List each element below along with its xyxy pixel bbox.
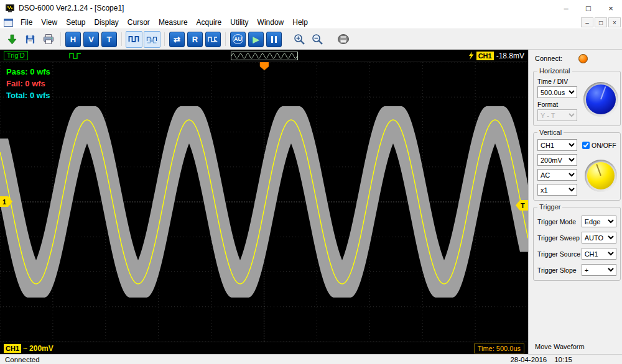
trigger-level-marker[interactable]: T <box>514 200 528 211</box>
connect-label: Connect: <box>535 55 562 62</box>
trigger-group-title: Trigger <box>537 203 562 211</box>
trigger-sweep-label: Trigger Sweep <box>537 234 582 242</box>
menu-item-setup[interactable]: Setup <box>62 17 90 28</box>
waveform-plot <box>0 62 528 342</box>
toolbar-separator <box>225 32 226 46</box>
screenshot-button[interactable] <box>335 31 351 48</box>
trigger-position-marker[interactable] <box>259 62 269 71</box>
time-per-div-badge: Time: 500.0us <box>474 344 524 353</box>
mdi-restore-button[interactable]: □ <box>595 17 607 27</box>
autoset-button[interactable]: AU <box>230 31 246 48</box>
connection-status: Connected <box>5 356 40 363</box>
application-window: DSO-6000 Ver2.1.24 - [Scope1] – □ × File… <box>0 0 622 364</box>
menu-item-help[interactable]: Help <box>288 17 312 28</box>
scope-window-icon <box>4 19 13 27</box>
horizontal-knob[interactable] <box>583 82 618 117</box>
time-div-select[interactable]: 500.0us <box>537 86 577 98</box>
menu-bar: File View Setup Display Cursor Measure A… <box>0 16 622 29</box>
status-date: 28-04-2016 <box>510 356 547 363</box>
waveform-preview-trace <box>231 52 297 60</box>
svg-text:T: T <box>521 201 525 209</box>
menu-item-display[interactable]: Display <box>90 17 123 28</box>
onoff-checkbox[interactable] <box>582 142 590 149</box>
toolbar-separator <box>60 32 61 46</box>
trigger-slope-label: Trigger Slope <box>537 266 582 274</box>
mdi-close-button[interactable]: × <box>608 17 621 27</box>
vertical-group-title: Vertical <box>537 129 564 136</box>
trigger-level-value: -18.8mV <box>496 52 524 60</box>
trigger-source-select[interactable]: CH1 <box>582 248 616 260</box>
total-count-label: Total: 0 wfs <box>6 89 50 101</box>
menu-item-utility[interactable]: Utility <box>226 17 253 28</box>
connect-led[interactable] <box>578 54 588 63</box>
vertical-cursor-button[interactable]: V <box>83 31 100 48</box>
vertical-group: Vertical CH1 ON/OFF 200mV AC x1 <box>533 129 621 201</box>
fail-count-label: Fail: 0 wfs <box>6 78 50 89</box>
wave-cursor-icon <box>208 35 218 43</box>
channel1-position-marker[interactable]: 1 <box>0 196 14 207</box>
format-select[interactable]: Y - T <box>537 109 577 121</box>
print-icon <box>43 34 54 45</box>
zoom-in-button[interactable] <box>291 31 308 48</box>
print-button[interactable] <box>40 31 57 48</box>
channel-scale-label: 200mV <box>29 344 53 353</box>
vertical-knob[interactable] <box>585 160 617 192</box>
menu-item-window[interactable]: Window <box>253 17 289 28</box>
minimize-button[interactable]: – <box>555 0 577 16</box>
menu-item-acquire[interactable]: Acquire <box>192 17 226 28</box>
screen-printer-icon <box>337 34 350 45</box>
pass-count-label: Pass: 0 wfs <box>6 66 50 78</box>
toolbar: H V T ⇄ R AU ▶ <box>0 29 622 50</box>
trigger-channel-badge: CH1 <box>476 52 494 60</box>
menu-item-file[interactable]: File <box>16 17 37 28</box>
zoom-out-icon <box>312 34 323 45</box>
channel-onoff[interactable]: ON/OFF <box>582 142 616 149</box>
menu-item-measure[interactable]: Measure <box>154 17 192 28</box>
save-button[interactable] <box>22 31 39 48</box>
pause-icon <box>271 36 277 43</box>
green-download-arrow-icon <box>7 34 17 45</box>
pass-fail-readout: Pass: 0 wfs Fail: 0 wfs Total: 0 wfs <box>6 66 50 101</box>
horizontal-group-title: Horizontal <box>537 67 572 75</box>
trigger-sweep-select[interactable]: AUTO <box>582 232 616 243</box>
autoset-icon: AU <box>233 34 243 44</box>
control-panel: Connect: Horizontal Time / DIV 500.0us F… <box>528 50 622 354</box>
square-wave-status-icon <box>69 52 81 60</box>
trigger-source-label: Trigger Source <box>537 250 582 258</box>
channel-bar: CH1 ~ 200mV Time: 500.0us <box>0 342 528 354</box>
trigger-slope-select[interactable]: + <box>582 264 616 276</box>
title-bar: DSO-6000 Ver2.1.24 - [Scope1] – □ × <box>0 0 622 16</box>
reset-button[interactable]: R <box>187 31 203 48</box>
channel-select[interactable]: CH1 <box>537 139 577 151</box>
double-wave-icon <box>146 35 158 43</box>
waveform-preview[interactable] <box>231 52 298 60</box>
h-label: H <box>65 32 81 47</box>
close-button[interactable]: × <box>600 0 622 16</box>
transfer-button[interactable]: ⇄ <box>169 31 185 48</box>
load-button[interactable] <box>4 31 21 48</box>
waveform-display[interactable]: Pass: 0 wfs Fail: 0 wfs Total: 0 wfs 1 T <box>0 62 528 342</box>
volt-scale-select[interactable]: 200mV <box>537 154 577 166</box>
mdi-minimize-button[interactable]: – <box>581 17 593 27</box>
horizontal-cursor-button[interactable]: H <box>65 31 81 48</box>
channel-badge[interactable]: CH1 <box>4 344 21 353</box>
t-label: T <box>101 32 117 47</box>
zoom-in-icon <box>294 34 305 45</box>
track-cursor-button[interactable]: T <box>101 31 118 48</box>
pause-button[interactable] <box>266 31 282 48</box>
pass-fail-mask-button[interactable] <box>126 31 142 48</box>
svg-text:1: 1 <box>2 198 6 206</box>
toolbar-separator <box>121 32 122 46</box>
waveform-cursor-button[interactable] <box>205 31 221 48</box>
trigger-group: Trigger Trigger Mode Edge Trigger Sweep … <box>533 203 621 281</box>
probe-select[interactable]: x1 <box>537 184 577 196</box>
maximize-button[interactable]: □ <box>577 0 600 16</box>
waveform-compare-button[interactable] <box>144 31 160 48</box>
trigger-mode-select[interactable]: Edge <box>582 216 616 227</box>
menu-item-cursor[interactable]: Cursor <box>123 17 154 28</box>
run-button[interactable]: ▶ <box>248 31 264 48</box>
zoom-out-button[interactable] <box>309 31 326 48</box>
menu-item-view[interactable]: View <box>37 17 62 28</box>
r-label: R <box>187 32 203 47</box>
coupling-select[interactable]: AC <box>537 169 577 181</box>
